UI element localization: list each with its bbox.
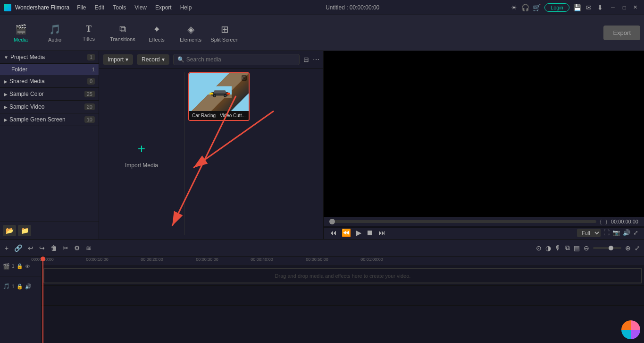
section-sample-color[interactable]: ▶ Sample Color 25 xyxy=(0,88,99,101)
adjust-button[interactable]: ⚙ xyxy=(73,243,81,253)
stop-button[interactable]: ⏹ xyxy=(366,229,374,237)
seek-thumb[interactable] xyxy=(329,219,335,224)
project-media-label: Project Media xyxy=(10,54,87,60)
import-button[interactable]: Import ▾ xyxy=(103,54,133,65)
volume-icon[interactable]: 🔊 xyxy=(623,229,630,236)
cart-icon[interactable]: 🛒 xyxy=(532,3,541,12)
arrow-down-icon: ▼ xyxy=(4,55,8,60)
frame-back-button[interactable]: ⏪ xyxy=(342,228,351,237)
section-project-media[interactable]: ▼ Project Media 1 xyxy=(0,51,99,64)
undo-button[interactable]: ↩ xyxy=(27,243,34,253)
notification-icon[interactable]: ✉ xyxy=(585,3,593,12)
fullscreen-preview-icon[interactable]: ⛶ xyxy=(603,229,610,236)
audio-visibility-icon[interactable]: 🔊 xyxy=(25,283,32,290)
add-track-button[interactable]: + xyxy=(4,243,9,253)
section-shared-media[interactable]: ▶ Shared Media 0 xyxy=(0,75,99,88)
login-button[interactable]: Login xyxy=(544,3,569,12)
menu-view[interactable]: View xyxy=(131,3,151,12)
import-area-label: Import Media xyxy=(125,162,158,169)
record-button[interactable]: Record ▾ xyxy=(137,54,169,65)
track-visibility-icon[interactable]: 👁 xyxy=(25,264,30,269)
tool-titles[interactable]: T Titles xyxy=(72,17,106,49)
search-input[interactable] xyxy=(186,56,295,63)
search-box[interactable]: 🔍 xyxy=(173,54,300,65)
media-item-car-racing[interactable]: Car Racing - Video Cutt... □ xyxy=(188,72,250,121)
subtitle-icon[interactable]: ▤ xyxy=(574,244,580,252)
preview-seekbar: { } 00:00:00:00 xyxy=(324,217,644,226)
zoom-in-icon[interactable]: ⊕ xyxy=(625,244,631,252)
tool-transitions[interactable]: ⧉ Transitions xyxy=(106,17,140,49)
mask-icon[interactable]: ◑ xyxy=(545,244,551,252)
tool-audio[interactable]: 🎵 Audio xyxy=(38,17,72,49)
close-button[interactable]: ✕ xyxy=(631,3,640,12)
section-sample-green[interactable]: ▶ Sample Green Screen 10 xyxy=(0,113,99,126)
extra-icons: 💾 ✉ ⬇ xyxy=(573,3,604,12)
open-folder-button[interactable]: 📂 xyxy=(3,225,16,236)
menu-export[interactable]: Export xyxy=(151,3,176,12)
track-lock-icon[interactable]: 🔒 xyxy=(17,263,23,269)
tool-effects[interactable]: ✦ Effects xyxy=(140,17,174,49)
link-button[interactable]: 🔗 xyxy=(13,243,23,253)
video-track-icon: 🎬 xyxy=(3,263,10,270)
tool-splitscreen[interactable]: ⊞ Split Screen xyxy=(208,17,242,49)
preview-extra-controls: Full ⛶ 📷 🔊 ⤢ xyxy=(577,229,638,237)
sidebar-item-folder[interactable]: Folder 1 xyxy=(0,64,99,75)
timecode-display: 00:00:00:00 xyxy=(611,219,638,224)
zoom-thumb[interactable] xyxy=(609,246,613,250)
menu-file[interactable]: File xyxy=(73,3,90,12)
section-sample-video[interactable]: ▶ Sample Video 20 xyxy=(0,101,99,113)
wondershare-logo xyxy=(621,320,640,339)
step-back-button[interactable]: ⏮ xyxy=(329,229,337,237)
import-dropdown-icon: ▾ xyxy=(125,56,128,63)
play-button[interactable]: ▶ xyxy=(356,228,361,237)
window-controls: ─ □ ✕ xyxy=(608,3,640,12)
menu-tools[interactable]: Tools xyxy=(109,3,130,12)
auto-caption-icon[interactable]: ⧉ xyxy=(565,244,570,252)
audio-adjust-button[interactable]: ≋ xyxy=(85,243,92,253)
menu-help[interactable]: Help xyxy=(176,3,196,12)
step-forward-button[interactable]: ⏭ xyxy=(378,229,386,237)
scene-detect-icon[interactable]: ⊙ xyxy=(536,244,542,252)
download-icon[interactable]: ⬇ xyxy=(596,3,604,12)
filter-icon[interactable]: ⊟ xyxy=(303,56,309,63)
preview-screen xyxy=(324,51,644,217)
media-panel: Import ▾ Record ▾ 🔍 ⊟ ⋯ + Import Media xyxy=(99,51,323,239)
cut-button[interactable]: ✂ xyxy=(62,243,69,253)
minimize-button[interactable]: ─ xyxy=(608,3,618,12)
quality-selector[interactable]: Full xyxy=(577,229,601,237)
theme-icon[interactable]: ☀ xyxy=(510,3,518,12)
record-label: Record xyxy=(142,56,160,63)
maximize-button[interactable]: □ xyxy=(619,3,629,12)
zoom-out-icon[interactable]: ⊖ xyxy=(584,244,589,252)
zoom-slider[interactable] xyxy=(593,247,621,249)
audio-lock-icon[interactable]: 🔒 xyxy=(17,283,23,290)
redo-button[interactable]: ↪ xyxy=(38,243,46,253)
tool-media[interactable]: 🎬 Media xyxy=(4,17,38,49)
menu-edit[interactable]: Edit xyxy=(91,3,109,12)
grid-view-icon[interactable]: ⋯ xyxy=(313,56,319,63)
zoom-fit-icon[interactable]: ⤢ xyxy=(633,229,638,236)
audio-track-label: 🎵 1 🔒 🔊 xyxy=(0,276,41,296)
audio-track-icon: 🎵 xyxy=(3,283,10,290)
save-icon[interactable]: 💾 xyxy=(573,3,582,12)
screenshot-icon[interactable]: 📷 xyxy=(612,229,620,236)
new-folder-button[interactable]: 📁 xyxy=(18,225,31,236)
import-area[interactable]: + Import Media xyxy=(99,69,184,239)
ruler-mark-6: 00:01:00:00 xyxy=(360,257,383,262)
media-badge: □ xyxy=(242,75,247,81)
tool-elements[interactable]: ◈ Elements xyxy=(174,17,208,49)
app-logo xyxy=(4,4,11,11)
video-drop-zone[interactable]: Drag and drop media and effects here to … xyxy=(43,268,642,283)
export-button[interactable]: Export xyxy=(603,26,640,40)
record-voiceover-icon[interactable]: 🎙 xyxy=(555,244,561,252)
tool-audio-label: Audio xyxy=(48,37,61,43)
audio-track-number: 1 xyxy=(12,284,15,289)
seek-bar[interactable] xyxy=(329,220,596,223)
audio-track-body[interactable] xyxy=(42,286,644,306)
add-media-icon: + xyxy=(132,139,151,158)
fullscreen-timeline-icon[interactable]: ⤢ xyxy=(635,244,640,252)
delete-button[interactable]: 🗑 xyxy=(50,243,58,253)
tool-transitions-label: Transitions xyxy=(110,36,135,42)
video-track-body[interactable]: Drag and drop media and effects here to … xyxy=(42,266,644,286)
headphone-icon[interactable]: 🎧 xyxy=(521,3,529,12)
